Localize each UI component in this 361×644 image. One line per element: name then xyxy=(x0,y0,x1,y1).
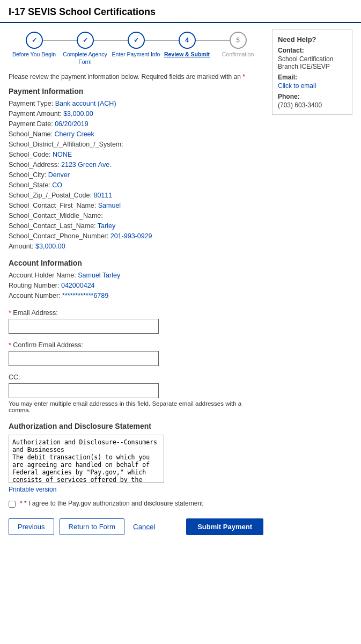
previous-button[interactable]: Previous xyxy=(9,518,54,535)
email-label: * Email Address: xyxy=(9,309,263,317)
account-holder-label: Account Holder Name: xyxy=(9,272,78,279)
authorization-title: Authorization and Disclosure Statement xyxy=(9,422,263,430)
payment-date-value: 06/20/2019 xyxy=(55,120,89,128)
amount-value: $3,000.00 xyxy=(35,243,65,250)
sidebar-phone-label: Phone: xyxy=(278,93,347,100)
contact-last-label: School_Contact_Last_Name: xyxy=(9,222,98,230)
account-number-value: ************6789 xyxy=(62,292,108,299)
payment-type-label: Payment Type: xyxy=(9,100,55,107)
agree-checkbox[interactable] xyxy=(9,501,16,508)
payment-amount-row: Payment Amount: $3,000.00 xyxy=(9,110,263,118)
payment-fields: Payment Type: Bank account (ACH) Payment… xyxy=(9,100,263,250)
school-zip-row: School_Zip_/_Postal_Code: 80111 xyxy=(9,192,263,199)
school-district-label: School_District_/_Affiliation_/_System: xyxy=(9,141,123,148)
sidebar-phone-value: (703) 603-3400 xyxy=(278,101,347,109)
sidebar-need-help: Need Help? xyxy=(278,35,347,43)
submit-payment-button[interactable]: Submit Payment xyxy=(186,518,263,535)
account-holder-value: Samuel Tarley xyxy=(78,272,120,279)
account-holder-row: Account Holder Name: Samuel Tarley xyxy=(9,272,263,279)
contact-first-label: School_Contact_First_Name: xyxy=(9,202,98,209)
school-city-label: School_City: xyxy=(9,171,48,179)
contact-phone-row: School_Contact_Phone_Number: 201-993-092… xyxy=(9,232,263,240)
school-city-row: School_City: Denver xyxy=(9,171,263,179)
step-5: 5 Confirmation xyxy=(212,32,263,58)
amount-row: Amount: $3,000.00 xyxy=(9,243,263,250)
contact-phone-value: 201-993-0929 xyxy=(110,232,152,240)
help-sidebar: Need Help? Contact: School Certification… xyxy=(272,30,352,115)
return-to-form-button[interactable]: Return to Form xyxy=(60,518,124,535)
contact-phone-label: School_Contact_Phone_Number: xyxy=(9,232,110,240)
payment-date-label: Payment Date: xyxy=(9,120,55,128)
progress-steps: Before You Begin Complete Agency Form En… xyxy=(9,30,263,65)
agree-label: * * I agree to the Pay.gov authorization… xyxy=(20,500,203,507)
confirm-email-label: * Confirm Email Address: xyxy=(9,341,263,349)
school-name-label: School_Name: xyxy=(9,130,54,138)
account-number-row: Account Number: ************6789 xyxy=(9,292,263,299)
payment-amount-label: Payment Amount: xyxy=(9,110,63,118)
confirm-email-input[interactable] xyxy=(9,351,159,366)
step-2-label: Complete Agency Form xyxy=(60,51,110,65)
account-section-title: Account Information xyxy=(9,259,263,267)
cc-input[interactable] xyxy=(9,383,159,398)
contact-middle-row: School_Contact_Middle_Name: xyxy=(9,212,263,219)
step-1-circle xyxy=(26,32,43,49)
account-number-label: Account Number: xyxy=(9,292,62,299)
step-4-circle: 4 xyxy=(179,32,196,49)
school-city-value: Denver xyxy=(48,171,70,179)
school-name-value: Cherry Creek xyxy=(54,130,94,138)
cc-group: CC: You may enter multiple email address… xyxy=(9,374,263,413)
agree-row: * * I agree to the Pay.gov authorization… xyxy=(9,500,263,508)
contact-first-value: Samuel xyxy=(98,202,121,209)
step-5-label: Confirmation xyxy=(222,51,254,58)
contact-last-value: Tarley xyxy=(98,222,115,230)
step-3: Enter Payment Info xyxy=(110,32,161,58)
page-title: I-17 SEVIS School Certifications xyxy=(9,6,352,18)
step-1: Before You Begin xyxy=(9,32,60,58)
cc-hint: You may enter multiple email addresses i… xyxy=(9,400,263,413)
contact-middle-label: School_Contact_Middle_Name: xyxy=(9,212,103,219)
step-3-label: Enter Payment Info xyxy=(112,51,160,58)
routing-number-value: 042000424 xyxy=(61,282,95,289)
payment-amount-value: $3,000.00 xyxy=(63,110,93,118)
email-group: * Email Address: xyxy=(9,309,263,334)
school-code-label: School_Code: xyxy=(9,151,53,158)
school-district-row: School_District_/_Affiliation_/_System: xyxy=(9,141,263,148)
step-2: Complete Agency Form xyxy=(60,32,110,65)
email-input[interactable] xyxy=(9,319,159,334)
sidebar-contact-label: Contact: xyxy=(278,47,347,54)
step-1-label: Before You Begin xyxy=(12,51,56,58)
sidebar-email-link[interactable]: Click to email xyxy=(278,82,316,90)
step-3-circle xyxy=(128,32,145,49)
school-address-row: School_Address: 2123 Green Ave. xyxy=(9,161,263,169)
school-address-label: School_Address: xyxy=(9,161,61,169)
authorization-textarea[interactable] xyxy=(9,435,164,483)
contact-first-row: School_Contact_First_Name: Samuel xyxy=(9,202,263,209)
payment-type-row: Payment Type: Bank account (ACH) xyxy=(9,100,263,107)
school-code-value: NONE xyxy=(53,151,72,158)
school-state-row: School_State: CO xyxy=(9,181,263,189)
step-4-label: Review & Submit xyxy=(164,51,210,58)
cc-label: CC: xyxy=(9,374,263,381)
sidebar-contact-value: School Certification Branch ICE/SEVP xyxy=(278,55,347,70)
school-state-value: CO xyxy=(52,181,62,189)
amount-label: Amount: xyxy=(9,243,35,250)
confirm-email-group: * Confirm Email Address: xyxy=(9,341,263,366)
step-4: 4 Review & Submit xyxy=(161,32,212,58)
school-name-row: School_Name: Cherry Creek xyxy=(9,130,263,138)
payment-section-title: Payment Information xyxy=(9,87,263,96)
button-row: Previous Return to Form Cancel Submit Pa… xyxy=(9,518,263,546)
printable-version-link[interactable]: Printable version xyxy=(9,486,56,493)
intro-text: Please review the payment information be… xyxy=(9,73,263,80)
school-address-value: 2123 Green Ave. xyxy=(61,161,112,169)
step-5-circle: 5 xyxy=(230,32,247,49)
routing-number-label: Routing Number: xyxy=(9,282,61,289)
authorization-section: Authorization and Disclosure Statement P… xyxy=(9,422,263,508)
school-zip-label: School_Zip_/_Postal_Code: xyxy=(9,192,93,199)
sidebar-email-label: Email: xyxy=(278,74,347,81)
contact-last-row: School_Contact_Last_Name: Tarley xyxy=(9,222,263,230)
payment-date-row: Payment Date: 06/20/2019 xyxy=(9,120,263,128)
cancel-button[interactable]: Cancel xyxy=(130,519,159,535)
school-code-row: School_Code: NONE xyxy=(9,151,263,158)
routing-number-row: Routing Number: 042000424 xyxy=(9,282,263,289)
step-2-circle xyxy=(77,32,94,49)
